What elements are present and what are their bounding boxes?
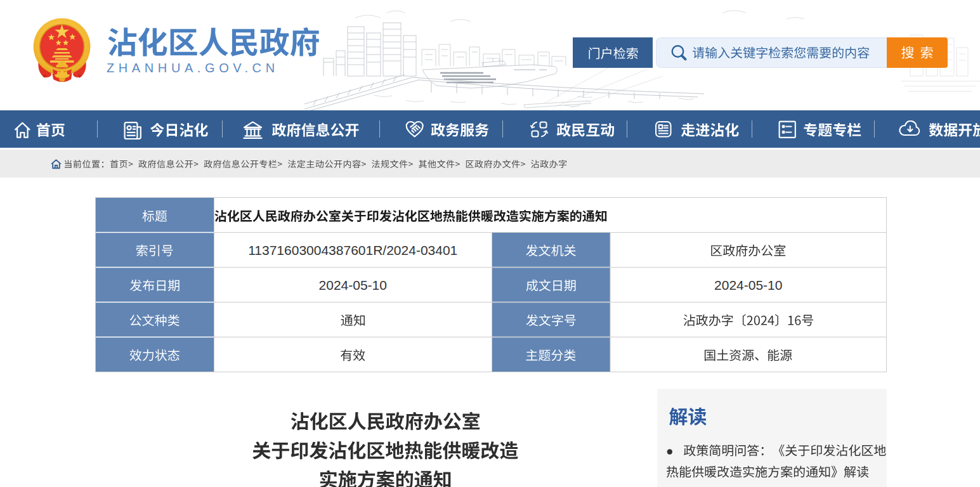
svg-text:2024-05-10: 2024-05-10 — [714, 278, 782, 292]
svg-text:2024-05-10: 2024-05-10 — [319, 278, 387, 292]
svg-text:ZHANHUA.GOV.CN: ZHANHUA.GOV.CN — [107, 61, 279, 75]
svg-text:11371603004387601R/2024-03401: 11371603004387601R/2024-03401 — [248, 243, 457, 257]
